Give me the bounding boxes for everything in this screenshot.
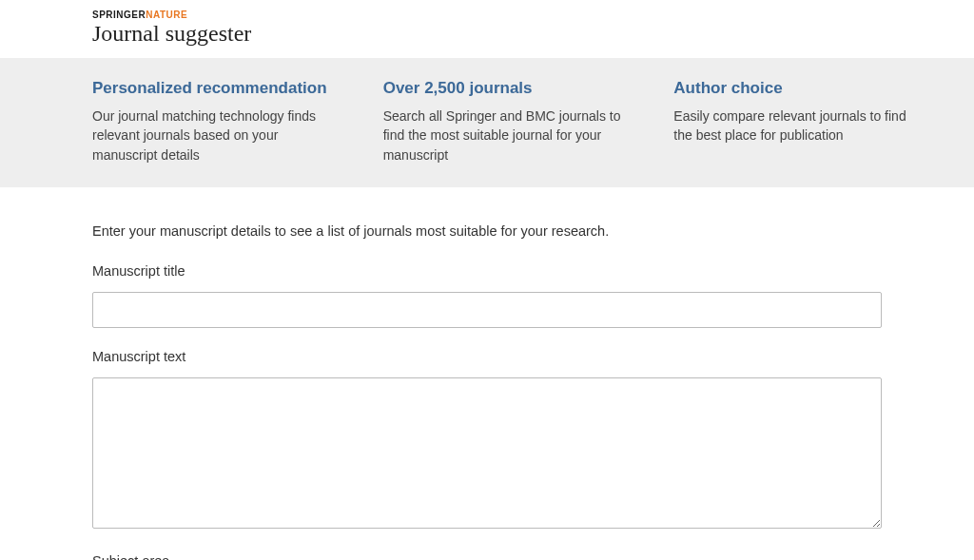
brand-part2: NATURE bbox=[146, 10, 187, 20]
manuscript-text-group: Manuscript text bbox=[92, 349, 882, 532]
feature-desc: Search all Springer and BMC journals to … bbox=[383, 106, 636, 164]
manuscript-text-input[interactable] bbox=[92, 377, 882, 529]
manuscript-title-label: Manuscript title bbox=[92, 263, 882, 279]
feature-journals: Over 2,500 journals Search all Springer … bbox=[383, 79, 636, 164]
manuscript-title-input[interactable] bbox=[92, 292, 882, 328]
feature-title: Personalized recommendation bbox=[92, 79, 345, 98]
subject-area-group: Subject area Please select bbox=[92, 553, 882, 560]
manuscript-title-group: Manuscript title bbox=[92, 263, 882, 328]
feature-desc: Our journal matching technology finds re… bbox=[92, 106, 345, 164]
intro-text: Enter your manuscript details to see a l… bbox=[92, 223, 882, 239]
app-title: Journal suggester bbox=[92, 21, 974, 47]
feature-desc: Easily compare relevant journals to find… bbox=[673, 106, 926, 145]
feature-title: Over 2,500 journals bbox=[383, 79, 636, 98]
feature-personalized: Personalized recommendation Our journal … bbox=[92, 79, 345, 164]
subject-area-label: Subject area bbox=[92, 553, 882, 560]
manuscript-text-label: Manuscript text bbox=[92, 349, 882, 364]
brand-logo: SPRINGERNATURE bbox=[92, 10, 974, 20]
features-band: Personalized recommendation Our journal … bbox=[0, 58, 974, 187]
brand-part1: SPRINGER bbox=[92, 10, 146, 20]
main-content: Enter your manuscript details to see a l… bbox=[0, 187, 974, 560]
header: SPRINGERNATURE Journal suggester bbox=[0, 0, 974, 58]
feature-title: Author choice bbox=[673, 79, 926, 98]
feature-author-choice: Author choice Easily compare relevant jo… bbox=[673, 79, 926, 164]
